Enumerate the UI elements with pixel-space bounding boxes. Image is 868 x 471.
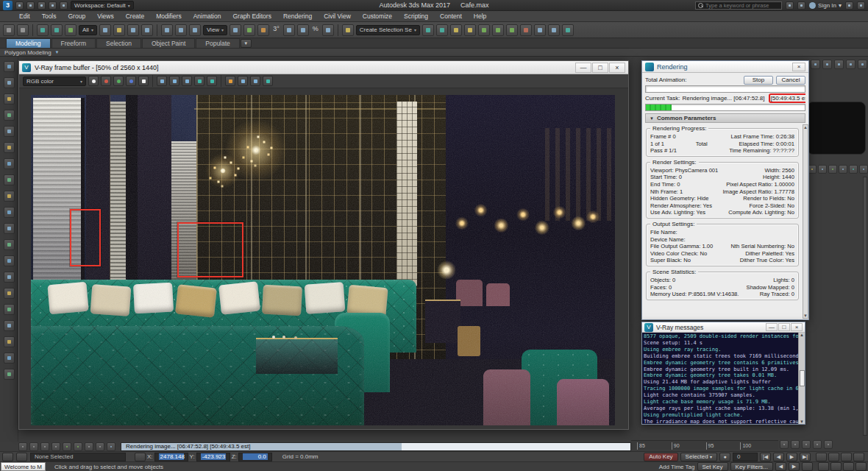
- asset-tracking-icon[interactable]: [4, 353, 15, 364]
- measure-icon[interactable]: [4, 191, 15, 202]
- video-post-icon[interactable]: [4, 336, 15, 347]
- help-search-box[interactable]: [695, 1, 782, 10]
- undo-quick-icon[interactable]: [49, 1, 57, 10]
- tab-object-paint[interactable]: Object Paint: [142, 38, 195, 48]
- zoom-all-icon[interactable]: [828, 453, 839, 461]
- time-config-icon[interactable]: [802, 462, 813, 471]
- lights-category-icon[interactable]: [828, 165, 837, 174]
- save-file-icon[interactable]: [38, 1, 46, 10]
- vfb-lens-effects-icon[interactable]: [263, 76, 273, 86]
- vfb-color-corrections-icon[interactable]: [225, 76, 235, 86]
- menu-rendering[interactable]: Rendering: [277, 11, 318, 21]
- menu-scripting[interactable]: Scripting: [398, 11, 434, 21]
- vfb-blue-channel-icon[interactable]: [126, 76, 136, 86]
- pan-view-icon[interactable]: [818, 462, 829, 471]
- curve-editor-icon[interactable]: [492, 24, 504, 36]
- rendering-dialog-titlebar[interactable]: Rendering ×: [642, 61, 808, 73]
- zoom-viewport-icon[interactable]: [816, 453, 827, 461]
- vfb-duplicate-to-host-icon[interactable]: [182, 76, 192, 86]
- welcome-screen-button[interactable]: Welcome to M: [1, 462, 46, 471]
- rectangular-selection-region-icon[interactable]: [127, 24, 139, 36]
- menu-graph-editors[interactable]: Graph Editors: [227, 11, 277, 21]
- notification-icon[interactable]: [74, 442, 82, 451]
- key-filters-button[interactable]: Key Filters...: [730, 462, 773, 471]
- 3dsmax-logo-icon[interactable]: 3: [3, 1, 13, 10]
- spacing-tool-icon[interactable]: [4, 174, 15, 185]
- maximize-viewport-icon[interactable]: [855, 462, 867, 471]
- select-and-link-icon[interactable]: [37, 24, 49, 36]
- graphite-ribbon-toggle-icon[interactable]: [478, 24, 490, 36]
- display-panel-icon[interactable]: [858, 60, 867, 69]
- vfb-channel-dropdown[interactable]: RGB color▾: [23, 77, 86, 86]
- field-of-view-icon[interactable]: [853, 453, 864, 461]
- isolate-selection-icon[interactable]: [18, 442, 27, 451]
- bind-to-space-warp-icon[interactable]: [65, 24, 77, 36]
- menu-animation[interactable]: Animation: [188, 11, 227, 21]
- communication-center-icon[interactable]: [786, 1, 794, 10]
- toggle-layer-explorer-icon[interactable]: [464, 24, 476, 36]
- menu-tools[interactable]: Tools: [36, 11, 63, 21]
- new-key-icon[interactable]: ●: [719, 453, 730, 461]
- set-key-button[interactable]: Set Key: [697, 462, 728, 471]
- tab-selection[interactable]: Selection: [96, 38, 141, 48]
- vray-messages-maximize-button[interactable]: □: [778, 323, 790, 331]
- hierarchy-panel-icon[interactable]: [834, 60, 844, 69]
- vfb-rgb-channel-icon[interactable]: [88, 76, 99, 86]
- align-icon[interactable]: [436, 24, 448, 36]
- coord-y-field[interactable]: -423.923: [196, 453, 230, 461]
- ribbon-options-icon[interactable]: ▾: [241, 39, 252, 48]
- named-selection-sets-dropdown[interactable]: Create Selection Se▾: [356, 25, 420, 35]
- help-icon[interactable]: [845, 1, 853, 10]
- vfb-minimize-button[interactable]: —: [575, 63, 591, 73]
- render-presets-icon[interactable]: [4, 272, 15, 283]
- display-floater-icon[interactable]: [4, 93, 15, 105]
- rendering-dialog-close-button[interactable]: ×: [792, 63, 805, 71]
- cameras-category-icon[interactable]: [839, 165, 847, 174]
- vfb-region-render-icon[interactable]: [207, 76, 217, 86]
- timeline-filter-icon[interactable]: [791, 440, 800, 449]
- polygon-modeling-panel-header[interactable]: Polygon Modeling▼: [0, 49, 868, 57]
- vfb-green-channel-icon[interactable]: [113, 76, 124, 86]
- window-crossing-toggle-icon[interactable]: [141, 24, 153, 36]
- menu-help[interactable]: Help: [468, 11, 492, 21]
- sign-in-menu[interactable]: Sign In▾: [809, 2, 842, 9]
- motion-panel-icon[interactable]: [846, 60, 855, 69]
- undo-icon[interactable]: [3, 24, 15, 36]
- viewport-layout-icon[interactable]: [4, 61, 15, 72]
- space-warps-category-icon[interactable]: [859, 165, 868, 174]
- timeline-ruler[interactable]: 85 90 95 100: [631, 440, 778, 450]
- menu-create[interactable]: Create: [120, 11, 151, 21]
- macro-recorder-icon[interactable]: [40, 442, 49, 451]
- vfb-track-mouse-icon[interactable]: [194, 76, 204, 86]
- go-to-end-button[interactable]: ▶|: [800, 453, 811, 461]
- select-and-manipulate-icon[interactable]: [243, 24, 255, 36]
- tab-freeform[interactable]: Freeform: [51, 38, 96, 48]
- scene-explorer-strip-icon[interactable]: [4, 77, 15, 88]
- menu-content[interactable]: Content: [434, 11, 468, 21]
- rendered-frame-window-icon[interactable]: [548, 24, 560, 36]
- channel-info-icon[interactable]: [4, 207, 15, 218]
- zoom-region-icon[interactable]: [843, 462, 854, 471]
- listener-icon[interactable]: [51, 442, 60, 451]
- coord-x-field[interactable]: 2478.148: [154, 453, 188, 461]
- angle-snap-toggle-icon[interactable]: [297, 24, 309, 36]
- absolute-mode-icon[interactable]: [135, 453, 146, 461]
- rendering-dialog-scrollbar[interactable]: ▲▼: [803, 124, 808, 319]
- material-editor-icon[interactable]: [520, 24, 532, 36]
- menu-views[interactable]: Views: [91, 11, 120, 21]
- isolate-toggle-icon[interactable]: [2, 453, 13, 461]
- timeline-lock-icon[interactable]: [824, 440, 833, 449]
- redo-quick-icon[interactable]: [60, 1, 68, 10]
- batch-render-icon[interactable]: [4, 320, 15, 331]
- command-panel-scrollbar[interactable]: [863, 177, 867, 436]
- light-lister-icon[interactable]: [4, 255, 15, 266]
- current-frame-field[interactable]: 0: [733, 453, 758, 461]
- redo-icon[interactable]: [17, 24, 29, 36]
- app-menu-icon[interactable]: [857, 1, 865, 10]
- timeline-config-icon[interactable]: [802, 440, 811, 449]
- environment-icon[interactable]: [4, 288, 15, 299]
- zoom-extents-icon[interactable]: [841, 453, 852, 461]
- render-setup-icon[interactable]: [534, 24, 546, 36]
- array-icon[interactable]: [4, 158, 15, 169]
- mirror-icon[interactable]: [422, 24, 434, 36]
